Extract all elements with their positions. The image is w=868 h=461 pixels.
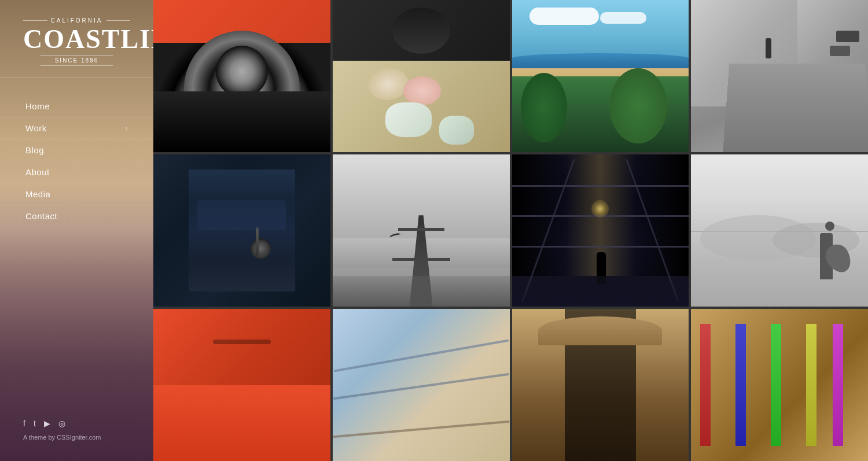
grid-cell-interior[interactable]	[512, 154, 689, 307]
nav-item-work[interactable]: Work ›	[0, 117, 153, 139]
youtube-icon[interactable]: ▶	[44, 419, 50, 428]
grid-cell-eiffel[interactable]	[333, 154, 510, 307]
nav-item-blog[interactable]: Blog	[0, 139, 153, 161]
nav-label-media: Media	[25, 189, 50, 199]
nav-label-work: Work	[25, 123, 47, 133]
nav-label-contact: Contact	[25, 211, 57, 221]
logo-tagline: CALIFORNIA	[23, 17, 130, 24]
sidebar-nav: Home Work › Blog About Media Contact	[0, 84, 153, 253]
logo-since: SINCE 1896	[41, 55, 113, 66]
grid-cell-car-wheel[interactable]	[153, 0, 330, 152]
photo-grid	[153, 0, 868, 461]
social-icons-group: f t ▶ ◎	[23, 419, 130, 428]
twitter-icon[interactable]: t	[34, 419, 36, 428]
nav-label-home: Home	[25, 101, 50, 111]
footer-attribution: A theme by CSSIgniter.com	[23, 434, 130, 441]
logo-main: COASTLINE	[23, 26, 130, 53]
grid-cell-macarons[interactable]	[333, 0, 510, 152]
logo-area: CALIFORNIA COASTLINE SINCE 1896	[0, 17, 153, 78]
dribbble-icon[interactable]: ◎	[58, 419, 65, 428]
grid-cell-bookshelf[interactable]	[691, 309, 868, 461]
grid-cell-street[interactable]	[691, 0, 868, 152]
grid-cell-orange-bottom[interactable]	[153, 309, 330, 461]
grid-cell-door[interactable]	[153, 154, 330, 307]
nav-item-about[interactable]: About	[0, 161, 153, 183]
facebook-icon[interactable]: f	[23, 419, 25, 428]
grid-cell-arch[interactable]	[512, 309, 689, 461]
grid-cell-desert-guitar[interactable]	[691, 154, 868, 307]
nav-label-about: About	[25, 167, 50, 177]
sidebar-footer: f t ▶ ◎ A theme by CSSIgniter.com	[0, 410, 153, 449]
nav-label-blog: Blog	[25, 145, 44, 155]
nav-chevron-work: ›	[126, 124, 128, 132]
nav-item-contact[interactable]: Contact	[0, 205, 153, 227]
grid-cell-coastline[interactable]	[512, 0, 689, 152]
nav-item-media[interactable]: Media	[0, 183, 153, 205]
sidebar: CALIFORNIA COASTLINE SINCE 1896 Home Wor…	[0, 0, 153, 461]
grid-cell-blue-abstract[interactable]	[333, 309, 510, 461]
logo-prefix: CALIFORNIA	[51, 17, 103, 24]
nav-item-home[interactable]: Home	[0, 95, 153, 117]
